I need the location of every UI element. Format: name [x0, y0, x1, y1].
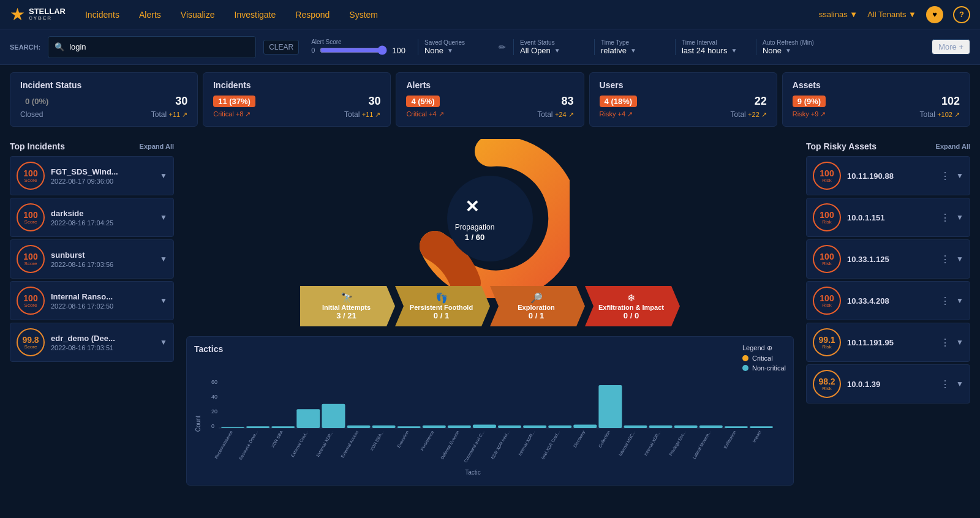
stage-count: 3 / 21 — [336, 311, 356, 320]
legend-non-critical: Non-critical — [742, 364, 786, 372]
stat-card-alerts: Alerts 4 (5%) 83 Critical +4 ↗ Total +24… — [396, 72, 584, 127]
stat-badge: 4 (18%) — [600, 96, 638, 107]
chevron-down-icon: ▼ — [160, 338, 167, 347]
stat-number: 102 — [941, 95, 960, 108]
svg-text:External XDR...: External XDR... — [315, 430, 334, 457]
svg-rect-35 — [523, 426, 546, 428]
stat-card-incident-status: Incident Status 0 (0%) 30 Closed Total +… — [10, 72, 198, 127]
nav-tenant[interactable]: All Tenants ▼ — [867, 10, 916, 19]
svg-text:Tactic: Tactic — [465, 469, 481, 476]
nav-links: Incidents Alerts Visualize Investigate R… — [85, 10, 819, 20]
nav-system[interactable]: System — [349, 10, 378, 20]
svg-text:XDR SBA: XDR SBA — [271, 430, 284, 448]
alert-score-slider[interactable] — [320, 45, 387, 55]
asset-score-badge: 100 Risk — [813, 245, 841, 273]
event-status-dropdown[interactable]: Event Status All Open ▼ — [513, 39, 587, 55]
time-interval-dropdown[interactable]: Time Interval last 24 hours ▼ — [675, 39, 748, 55]
stage-name: Exfiltration & Impact — [598, 304, 664, 311]
nav-visualize[interactable]: Visualize — [181, 10, 215, 20]
asset-item[interactable]: 100 Risk 10.11.190.88 ⋮ ▼ — [806, 156, 970, 195]
asset-menu-icon[interactable]: ⋮ — [940, 253, 950, 265]
incident-score-badge: 99.8 Score — [17, 328, 45, 356]
search-input[interactable] — [69, 42, 241, 51]
nav-incidents[interactable]: Incidents — [85, 10, 119, 20]
nav-user[interactable]: ssalinas ▼ — [819, 10, 858, 19]
svg-rect-51 — [725, 426, 748, 428]
asset-item[interactable]: 99.1 Risk 10.11.191.95 ⋮ ▼ — [806, 323, 970, 362]
chevron-down-icon: ▼ — [160, 296, 167, 305]
stat-card-assets: Assets 9 (9%) 102 Risky +9 ↗ Total +102 … — [782, 72, 970, 127]
stat-badge: 11 (37%) — [213, 96, 255, 107]
svg-text:EDR XDR Intel...: EDR XDR Intel... — [491, 430, 510, 460]
saved-queries-label: Saved Queries — [424, 39, 485, 46]
searchbar: SEARCH: 🔍 CLEAR Alert Score 0 100 Saved … — [0, 29, 980, 65]
svg-text:Command and C...: Command and C... — [463, 430, 484, 463]
svg-text:40: 40 — [211, 394, 217, 400]
stat-card-users: Users 4 (18%) 22 Risky +4 ↗ Total +22 ↗ — [589, 72, 777, 127]
edit-icon[interactable]: ✏ — [499, 42, 506, 52]
svg-point-0 — [447, 176, 533, 261]
clear-button[interactable]: CLEAR — [263, 40, 299, 54]
incident-item[interactable]: 100 Score FGT_SDS_Wind... 2022-08-17 09:… — [10, 156, 174, 195]
incident-item[interactable]: 100 Score sunburst 2022-08-16 17:03:56 ▼ — [10, 239, 174, 279]
time-type-label: Time Type — [601, 39, 662, 46]
asset-item[interactable]: 100 Risk 10.33.4.208 ⋮ ▼ — [806, 281, 970, 320]
svg-rect-49 — [699, 426, 723, 428]
svg-text:Internal MSC...: Internal MSC... — [618, 430, 636, 457]
auto-refresh-dropdown[interactable]: Auto Refresh (Min) None ▼ — [756, 39, 829, 55]
nav-respond[interactable]: Respond — [295, 10, 330, 20]
nav-right: ssalinas ▼ All Tenants ▼ ♥ ? — [819, 6, 970, 23]
asset-menu-icon[interactable]: ⋮ — [940, 337, 950, 348]
asset-item[interactable]: 98.2 Risk 10.0.1.39 ⋮ ▼ — [806, 364, 970, 404]
top-incidents-title: Top Incidents Expand All — [10, 141, 174, 151]
stat-card-title: Alerts — [406, 80, 573, 90]
asset-score-badge: 100 Risk — [813, 203, 841, 231]
nav-heart-button[interactable]: ♥ — [926, 6, 943, 23]
asset-item[interactable]: 100 Risk 10.0.1.151 ⋮ ▼ — [806, 198, 970, 237]
svg-rect-15 — [271, 426, 295, 428]
asset-menu-icon[interactable]: ⋮ — [940, 378, 950, 390]
incident-item[interactable]: 100 Score Internal Ranso... 2022-08-16 1… — [10, 281, 174, 320]
svg-rect-43 — [624, 426, 647, 428]
expand-all-incidents[interactable]: Expand All — [140, 143, 174, 150]
saved-queries-dropdown[interactable]: Saved Queries None ▼ — [418, 39, 491, 55]
stat-number: 83 — [562, 95, 574, 108]
incident-item[interactable]: 99.8 Score edr_demo (Dee... 2022-08-16 1… — [10, 323, 174, 362]
logo-text: STELLARCYBER — [29, 7, 66, 21]
asset-menu-icon[interactable]: ⋮ — [940, 295, 950, 307]
asset-score-badge: 100 Risk — [813, 287, 841, 315]
chevron-down-icon: ▼ — [956, 255, 963, 263]
asset-score-badge: 100 Risk — [813, 162, 841, 190]
stage-name: Initial Attempts — [322, 304, 371, 311]
svg-text:1 / 60: 1 / 60 — [465, 233, 485, 242]
time-type-dropdown[interactable]: Time Type relative ▼ — [594, 39, 668, 55]
stat-number: 30 — [175, 95, 187, 108]
auto-refresh-value: None ▼ — [763, 46, 823, 55]
stat-badge: 9 (9%) — [793, 96, 826, 107]
nav-investigate[interactable]: Investigate — [235, 10, 276, 20]
svg-rect-53 — [750, 426, 773, 428]
asset-item[interactable]: 100 Risk 10.33.1.125 ⋮ ▼ — [806, 239, 970, 279]
nav-alerts[interactable]: Alerts — [139, 10, 161, 20]
chevron-down-icon: ▼ — [160, 255, 167, 263]
asset-score-badge: 98.2 Risk — [813, 370, 841, 398]
svg-rect-37 — [548, 426, 571, 428]
asset-menu-icon[interactable]: ⋮ — [940, 212, 950, 223]
svg-text:60: 60 — [211, 379, 217, 385]
incident-item[interactable]: 100 Score darkside 2022-08-16 17:04:25 ▼ — [10, 198, 174, 237]
more-button[interactable]: More + — [932, 39, 970, 54]
asset-menu-icon[interactable]: ⋮ — [940, 170, 950, 182]
chevron-down-icon: ▼ — [160, 213, 167, 222]
legend-non-critical-dot — [742, 365, 748, 371]
stage-count: 0 / 0 — [624, 311, 639, 320]
expand-all-assets[interactable]: Expand All — [936, 143, 970, 150]
search-input-wrap[interactable]: 🔍 — [48, 36, 256, 58]
nav-help-button[interactable]: ? — [953, 6, 970, 23]
saved-queries-value: None ▼ — [424, 46, 485, 55]
logo: ★ STELLARCYBER — [10, 4, 66, 24]
stat-sub-right: Total +22 ↗ — [730, 110, 766, 119]
stage-count: 0 / 1 — [434, 311, 449, 320]
time-type-value: relative ▼ — [601, 46, 662, 55]
svg-text:Intel XDR Cred...: Intel XDR Cred... — [541, 430, 561, 460]
kill-chain-ring: ✕ Propagation 1 / 60 — [410, 139, 570, 298]
